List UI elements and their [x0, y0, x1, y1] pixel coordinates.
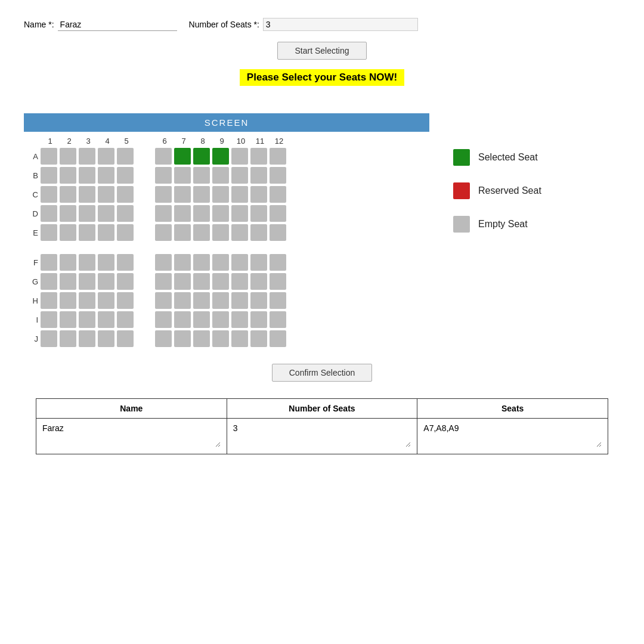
seat-I5[interactable] — [117, 311, 134, 328]
seat-A3[interactable] — [79, 148, 95, 165]
seat-G6[interactable] — [155, 273, 172, 290]
seat-J1[interactable] — [41, 330, 57, 347]
seat-B7[interactable] — [174, 167, 191, 184]
confirm-selection-button[interactable]: Confirm Selection — [272, 364, 373, 382]
seat-I3[interactable] — [79, 311, 95, 328]
seat-G12[interactable] — [270, 273, 286, 290]
seat-D8[interactable] — [193, 205, 210, 222]
seat-J12[interactable] — [270, 330, 286, 347]
seat-B6[interactable] — [155, 167, 172, 184]
seat-D4[interactable] — [98, 205, 114, 222]
seat-J10[interactable] — [231, 330, 248, 347]
seat-D10[interactable] — [231, 205, 248, 222]
seat-C6[interactable] — [155, 186, 172, 203]
seat-H11[interactable] — [250, 292, 267, 309]
seat-A11[interactable] — [250, 148, 267, 165]
seat-I11[interactable] — [250, 311, 267, 328]
seat-C2[interactable] — [60, 186, 76, 203]
seat-C5[interactable] — [117, 186, 134, 203]
seat-E11[interactable] — [250, 224, 267, 241]
seat-H8[interactable] — [193, 292, 210, 309]
seat-J2[interactable] — [60, 330, 76, 347]
seat-F5[interactable] — [117, 254, 134, 271]
seat-B8[interactable] — [193, 167, 210, 184]
seat-G4[interactable] — [98, 273, 114, 290]
seat-G10[interactable] — [231, 273, 248, 290]
seat-A12[interactable] — [270, 148, 286, 165]
seat-J11[interactable] — [250, 330, 267, 347]
seat-I10[interactable] — [231, 311, 248, 328]
seat-G5[interactable] — [117, 273, 134, 290]
seat-F8[interactable] — [193, 254, 210, 271]
seat-C10[interactable] — [231, 186, 248, 203]
seat-C8[interactable] — [193, 186, 210, 203]
seat-G8[interactable] — [193, 273, 210, 290]
seat-B11[interactable] — [250, 167, 267, 184]
seat-I1[interactable] — [41, 311, 57, 328]
seat-J8[interactable] — [193, 330, 210, 347]
seat-H5[interactable] — [117, 292, 134, 309]
seat-H6[interactable] — [155, 292, 172, 309]
table-cell-seats[interactable] — [423, 423, 602, 447]
seat-J4[interactable] — [98, 330, 114, 347]
seat-F12[interactable] — [270, 254, 286, 271]
seat-D3[interactable] — [79, 205, 95, 222]
seat-F2[interactable] — [60, 254, 76, 271]
seat-J3[interactable] — [79, 330, 95, 347]
seat-E12[interactable] — [270, 224, 286, 241]
seat-A1[interactable] — [41, 148, 57, 165]
table-cell-name[interactable] — [42, 423, 221, 447]
seat-C4[interactable] — [98, 186, 114, 203]
name-input[interactable] — [58, 18, 177, 31]
seat-E8[interactable] — [193, 224, 210, 241]
seat-D1[interactable] — [41, 205, 57, 222]
seat-C11[interactable] — [250, 186, 267, 203]
seat-F9[interactable] — [212, 254, 229, 271]
seat-B9[interactable] — [212, 167, 229, 184]
seat-D5[interactable] — [117, 205, 134, 222]
seat-C1[interactable] — [41, 186, 57, 203]
seat-E5[interactable] — [117, 224, 134, 241]
seat-D6[interactable] — [155, 205, 172, 222]
seat-E1[interactable] — [41, 224, 57, 241]
seat-E4[interactable] — [98, 224, 114, 241]
seat-E10[interactable] — [231, 224, 248, 241]
seat-D7[interactable] — [174, 205, 191, 222]
seats-input[interactable] — [263, 18, 418, 31]
seat-B2[interactable] — [60, 167, 76, 184]
seat-A9[interactable] — [212, 148, 229, 165]
seat-I2[interactable] — [60, 311, 76, 328]
seat-J7[interactable] — [174, 330, 191, 347]
seat-H9[interactable] — [212, 292, 229, 309]
seat-I7[interactable] — [174, 311, 191, 328]
seat-E9[interactable] — [212, 224, 229, 241]
seat-F3[interactable] — [79, 254, 95, 271]
seat-D12[interactable] — [270, 205, 286, 222]
seat-B3[interactable] — [79, 167, 95, 184]
seat-C9[interactable] — [212, 186, 229, 203]
seat-F1[interactable] — [41, 254, 57, 271]
seat-E6[interactable] — [155, 224, 172, 241]
seat-A5[interactable] — [117, 148, 134, 165]
seat-H10[interactable] — [231, 292, 248, 309]
seat-H12[interactable] — [270, 292, 286, 309]
table-cell-num_seats[interactable] — [233, 423, 411, 447]
seat-I6[interactable] — [155, 311, 172, 328]
seat-E3[interactable] — [79, 224, 95, 241]
seat-C12[interactable] — [270, 186, 286, 203]
seat-A7[interactable] — [174, 148, 191, 165]
seat-B4[interactable] — [98, 167, 114, 184]
seat-H4[interactable] — [98, 292, 114, 309]
seat-D11[interactable] — [250, 205, 267, 222]
seat-G2[interactable] — [60, 273, 76, 290]
seat-I12[interactable] — [270, 311, 286, 328]
seat-I4[interactable] — [98, 311, 114, 328]
seat-I8[interactable] — [193, 311, 210, 328]
seat-J9[interactable] — [212, 330, 229, 347]
seat-H7[interactable] — [174, 292, 191, 309]
seat-G9[interactable] — [212, 273, 229, 290]
seat-G11[interactable] — [250, 273, 267, 290]
seat-F7[interactable] — [174, 254, 191, 271]
seat-F6[interactable] — [155, 254, 172, 271]
seat-A4[interactable] — [98, 148, 114, 165]
